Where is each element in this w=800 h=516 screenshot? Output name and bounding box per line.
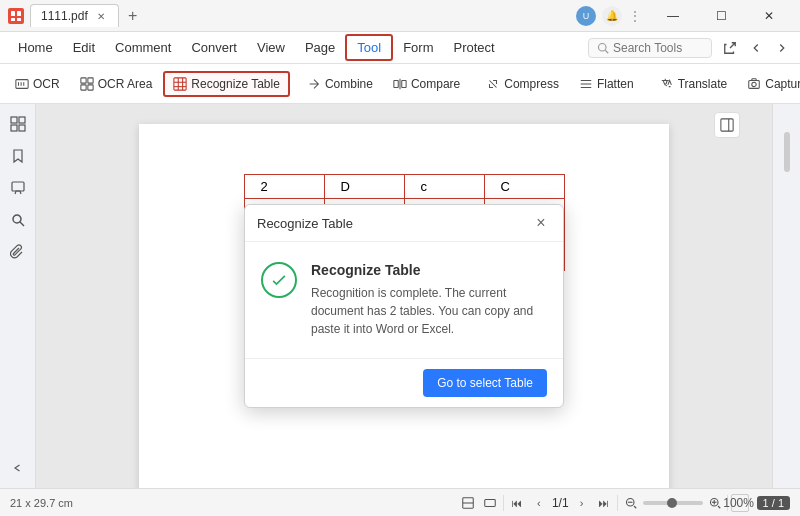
compress-icon [486, 77, 500, 91]
tab-filename: 1111.pdf [41, 9, 88, 23]
sidebar-thumbnail-icon[interactable] [6, 112, 30, 136]
flatten-button[interactable]: Flatten [570, 72, 643, 96]
search-icon [597, 42, 609, 54]
zoom-in-button[interactable] [706, 494, 724, 512]
prev-page-button[interactable]: ‹ [530, 494, 548, 512]
zoom-slider[interactable] [643, 501, 703, 505]
sidebar-bookmark-icon[interactable] [6, 144, 30, 168]
modal-content: Recognize Table Recognition is complete.… [311, 262, 547, 338]
svg-point-26 [752, 82, 756, 86]
modal-success-icon [261, 262, 297, 298]
svg-rect-34 [19, 125, 25, 131]
page-badge: 1 / 1 [757, 496, 790, 510]
ocr-icon [15, 77, 29, 91]
sidebar-attachment-icon[interactable] [6, 240, 30, 264]
document-area: 2DcC5D0B1Aq2aa8c112 Recognize Table × [36, 104, 772, 488]
zoom-slider-thumb[interactable] [667, 498, 677, 508]
nav-controls: ⏮ ‹ 1/1 › ⏭ 100% [459, 494, 749, 512]
svg-rect-33 [11, 125, 17, 131]
svg-rect-14 [174, 77, 186, 89]
document-dimensions: 21 x 29.7 cm [10, 497, 73, 509]
sidebar-search-icon[interactable] [6, 208, 30, 232]
translate-icon [660, 77, 674, 91]
modal-header: Recognize Table × [245, 205, 563, 242]
scrollbar-thumb[interactable] [784, 132, 790, 172]
current-page-indicator: 1/1 [552, 496, 569, 510]
sidebar-annotation-icon[interactable] [6, 176, 30, 200]
recognize-table-modal: Recognize Table × Recognize Table Recogn… [244, 204, 564, 408]
svg-line-5 [605, 50, 608, 53]
modal-title: Recognize Table [257, 216, 353, 231]
ocr-area-button[interactable]: OCR Area [71, 72, 162, 96]
svg-rect-32 [19, 117, 25, 123]
back-icon[interactable] [746, 38, 766, 58]
modal-close-button[interactable]: × [531, 213, 551, 233]
bottom-bar: 21 x 29.7 cm ⏮ ‹ 1/1 › ⏭ 1 [0, 488, 800, 516]
compare-icon [393, 77, 407, 91]
svg-line-49 [718, 506, 720, 508]
next-page-button[interactable]: › [573, 494, 591, 512]
capture-button[interactable]: Capture [738, 72, 800, 96]
modal-overlay: Recognize Table × Recognize Table Recogn… [139, 124, 669, 488]
ocr-button[interactable]: OCR [6, 72, 69, 96]
zoom-controls: 100% [622, 494, 749, 512]
fit-page-button[interactable] [459, 494, 477, 512]
bell-icon[interactable]: 🔔 [602, 6, 622, 26]
svg-rect-35 [12, 182, 24, 191]
go-to-select-table-button[interactable]: Go to select Table [423, 369, 547, 397]
compress-button[interactable]: Compress [477, 72, 568, 96]
menu-home[interactable]: Home [8, 36, 63, 59]
minimize-button[interactable]: — [650, 0, 696, 32]
maximize-button[interactable]: ☐ [698, 0, 744, 32]
more-icon[interactable]: ⋮ [628, 8, 642, 24]
bottom-divider-1 [503, 495, 504, 511]
toolbar: OCR OCR Area Recognize Table Combine Com… [0, 64, 800, 104]
capture-icon [747, 77, 761, 91]
compare-button[interactable]: Compare [384, 72, 469, 96]
external-link-icon[interactable] [720, 38, 740, 58]
document-page: 2DcC5D0B1Aq2aa8c112 Recognize Table × [139, 124, 669, 488]
menu-page[interactable]: Page [295, 36, 345, 59]
search-tools-area[interactable] [588, 38, 712, 58]
titlebar-icons: U 🔔 ⋮ [576, 6, 642, 26]
zoom-level-display[interactable]: 100% [731, 494, 749, 512]
user-icon[interactable]: U [576, 6, 596, 26]
window-close-button[interactable]: ✕ [746, 0, 792, 32]
tab-document[interactable]: 1111.pdf ✕ [30, 4, 119, 27]
menu-form[interactable]: Form [393, 36, 443, 59]
menu-convert[interactable]: Convert [181, 36, 247, 59]
bottom-divider-2 [617, 495, 618, 511]
tab-close-button[interactable]: ✕ [94, 9, 108, 23]
forward-icon[interactable] [772, 38, 792, 58]
svg-line-45 [634, 506, 636, 508]
main-layout: 2DcC5D0B1Aq2aa8c112 Recognize Table × [0, 104, 800, 488]
first-page-button[interactable]: ⏮ [508, 494, 526, 512]
translate-button[interactable]: Translate [651, 72, 737, 96]
svg-rect-3 [17, 18, 21, 21]
zoom-out-button[interactable] [622, 494, 640, 512]
right-panel-toggle[interactable] [714, 112, 740, 138]
svg-rect-11 [88, 77, 93, 82]
recognize-table-button[interactable]: Recognize Table [163, 71, 290, 97]
menu-edit[interactable]: Edit [63, 36, 105, 59]
svg-rect-10 [81, 77, 86, 82]
svg-rect-38 [721, 119, 733, 131]
svg-rect-2 [11, 18, 15, 21]
svg-rect-0 [11, 11, 15, 16]
svg-rect-12 [81, 84, 86, 89]
svg-rect-13 [88, 84, 93, 89]
last-page-button[interactable]: ⏭ [595, 494, 613, 512]
menu-view[interactable]: View [247, 36, 295, 59]
sidebar-toggle-button[interactable] [6, 456, 30, 480]
menu-tool[interactable]: Tool [345, 34, 393, 61]
menu-protect[interactable]: Protect [444, 36, 505, 59]
search-tools-input[interactable] [613, 41, 703, 55]
fit-width-button[interactable] [481, 494, 499, 512]
add-tab-button[interactable]: + [123, 6, 143, 26]
recognize-table-icon [173, 77, 187, 91]
ocr-area-icon [80, 77, 94, 91]
menu-comment[interactable]: Comment [105, 36, 181, 59]
combine-button[interactable]: Combine [298, 72, 382, 96]
svg-rect-25 [749, 80, 760, 88]
combine-icon [307, 77, 321, 91]
